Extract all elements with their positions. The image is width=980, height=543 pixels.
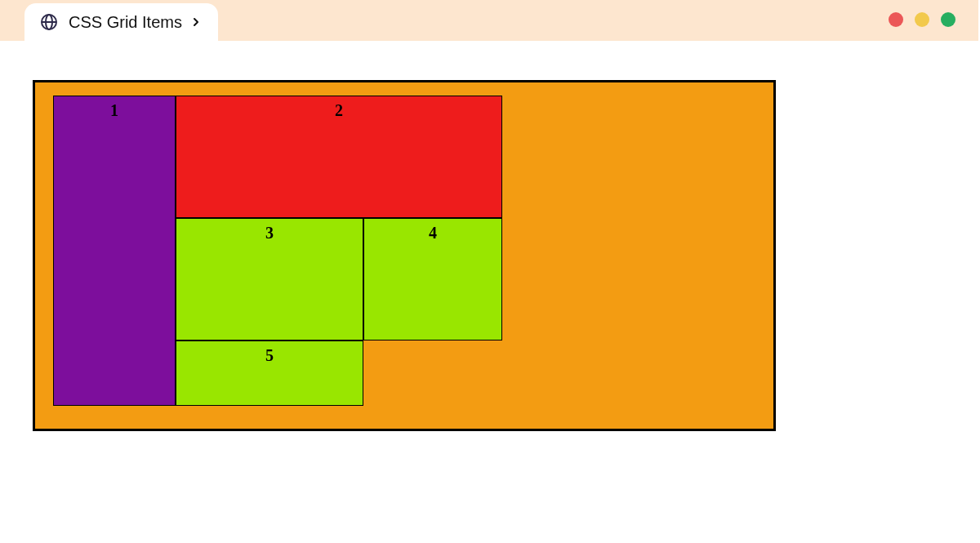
grid-item-4: 4	[363, 218, 502, 340]
window-maximize-button[interactable]	[941, 12, 956, 27]
grid-item-5: 5	[176, 340, 363, 406]
tab-title: CSS Grid Items	[69, 13, 182, 32]
browser-window: CSS Grid Items 1 2 3 4 5	[0, 0, 978, 537]
window-close-button[interactable]	[889, 12, 903, 27]
css-grid: 1 2 3 4 5	[53, 96, 760, 406]
grid-item-2: 2	[176, 96, 502, 218]
globe-icon	[39, 12, 59, 32]
browser-tab[interactable]: CSS Grid Items	[24, 3, 218, 41]
page-content: 1 2 3 4 5	[0, 41, 978, 464]
grid-item-3: 3	[176, 218, 363, 340]
window-minimize-button[interactable]	[915, 12, 929, 27]
window-controls	[889, 12, 956, 27]
chevron-right-icon	[192, 18, 200, 26]
title-bar: CSS Grid Items	[0, 0, 978, 41]
grid-container: 1 2 3 4 5	[33, 80, 776, 431]
grid-item-1: 1	[53, 96, 176, 406]
